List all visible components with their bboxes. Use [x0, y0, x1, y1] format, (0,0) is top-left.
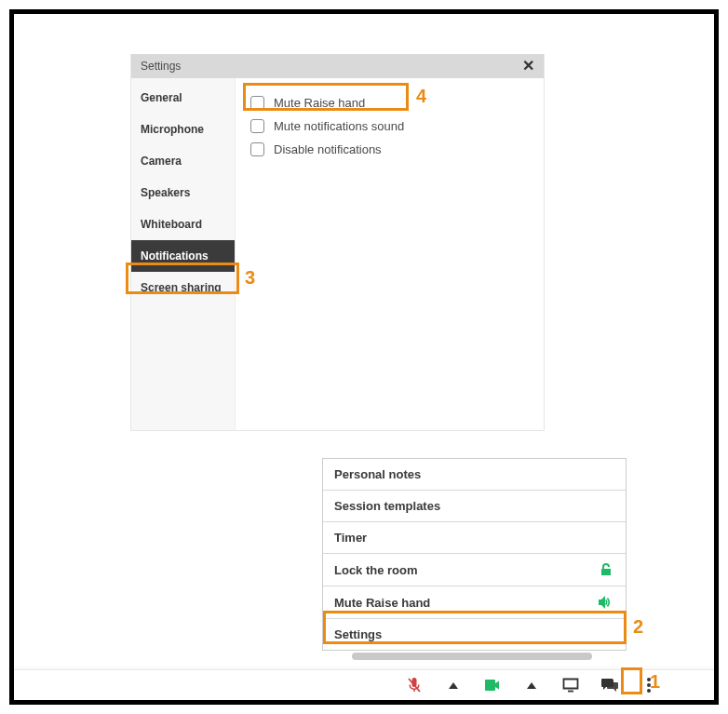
- callout-number-2: 2: [633, 616, 643, 638]
- checkbox-icon[interactable]: [250, 119, 264, 133]
- settings-content: Mute Raise hand Mute notifications sound…: [236, 78, 544, 430]
- sidebar-item-notifications[interactable]: Notifications: [131, 240, 235, 272]
- settings-dialog: Settings ✕ General Microphone Camera Spe…: [130, 54, 545, 431]
- close-icon[interactable]: ✕: [522, 59, 534, 74]
- option-label: Mute notifications sound: [274, 119, 404, 133]
- menu-item-label: Lock the room: [334, 563, 418, 577]
- more-icon[interactable]: [640, 676, 658, 694]
- camera-caret-icon[interactable]: [522, 676, 541, 694]
- menu-item-personal-notes[interactable]: Personal notes: [323, 459, 626, 491]
- checkbox-icon[interactable]: [250, 96, 264, 110]
- volume-icon: [598, 595, 614, 610]
- option-disable-notifications[interactable]: Disable notifications: [250, 138, 529, 161]
- menu-item-session-templates[interactable]: Session templates: [323, 491, 626, 522]
- menu-item-label: Timer: [334, 531, 367, 545]
- menu-item-label: Personal notes: [334, 467, 421, 481]
- menu-item-label: Mute Raise hand: [334, 596, 430, 610]
- option-label: Disable notifications: [274, 142, 382, 156]
- screenshot-frame: Settings ✕ General Microphone Camera Spe…: [9, 9, 719, 705]
- menu-item-settings[interactable]: Settings: [323, 619, 626, 650]
- svg-point-3: [647, 689, 651, 693]
- menu-item-mute-raise-hand[interactable]: Mute Raise hand: [323, 586, 626, 619]
- option-mute-raise-hand[interactable]: Mute Raise hand: [250, 91, 529, 115]
- sidebar-item-whiteboard[interactable]: Whiteboard: [131, 209, 235, 240]
- sidebar-item-speakers[interactable]: Speakers: [131, 177, 235, 209]
- svg-point-2: [647, 683, 651, 687]
- menu-item-label: Settings: [334, 627, 382, 641]
- settings-titlebar: Settings ✕: [131, 54, 544, 78]
- option-mute-notifications-sound[interactable]: Mute notifications sound: [250, 115, 529, 138]
- horizontal-scrollbar[interactable]: [352, 653, 592, 660]
- option-label: Mute Raise hand: [274, 96, 365, 110]
- settings-sidebar: General Microphone Camera Speakers White…: [131, 78, 236, 430]
- unlock-icon: [598, 562, 614, 577]
- more-menu: Personal notes Session templates Timer L…: [322, 458, 627, 651]
- sidebar-item-screensharing[interactable]: Screen sharing: [131, 272, 235, 303]
- menu-item-timer[interactable]: Timer: [323, 522, 626, 554]
- screen-icon[interactable]: [561, 676, 580, 694]
- chat-icon[interactable]: [600, 676, 619, 694]
- settings-body: General Microphone Camera Speakers White…: [131, 78, 544, 430]
- sidebar-item-microphone[interactable]: Microphone: [131, 114, 235, 145]
- camera-icon[interactable]: [483, 676, 502, 694]
- menu-item-label: Session templates: [334, 499, 440, 513]
- mic-muted-icon[interactable]: [405, 676, 424, 694]
- bottom-toolbar: [14, 669, 714, 700]
- checkbox-icon[interactable]: [250, 142, 264, 156]
- mic-caret-icon[interactable]: [444, 676, 463, 694]
- svg-point-1: [647, 678, 651, 681]
- sidebar-item-camera[interactable]: Camera: [131, 145, 235, 177]
- sidebar-item-general[interactable]: General: [131, 82, 235, 114]
- settings-title: Settings: [141, 60, 181, 73]
- menu-item-lock-room[interactable]: Lock the room: [323, 554, 626, 586]
